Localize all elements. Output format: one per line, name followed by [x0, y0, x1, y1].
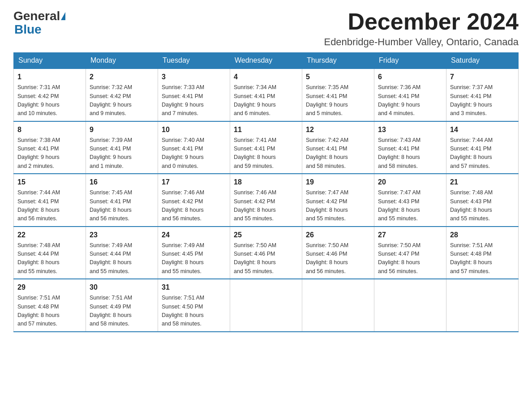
calendar-cell: 18Sunrise: 7:46 AMSunset: 4:42 PMDayligh… — [230, 174, 302, 227]
day-header-monday: Monday — [86, 53, 158, 69]
day-info: Sunrise: 7:50 AMSunset: 4:46 PMDaylight:… — [306, 241, 370, 276]
logo-blue-text: Blue — [14, 23, 42, 36]
calendar-cell: 4Sunrise: 7:34 AMSunset: 4:41 PMDaylight… — [230, 68, 302, 121]
day-number: 20 — [378, 177, 442, 188]
calendar-cell: 11Sunrise: 7:41 AMSunset: 4:41 PMDayligh… — [230, 121, 302, 174]
day-number: 4 — [234, 72, 298, 82]
day-info: Sunrise: 7:51 AMSunset: 4:49 PMDaylight:… — [90, 294, 154, 329]
calendar-cell: 27Sunrise: 7:50 AMSunset: 4:47 PMDayligh… — [374, 227, 446, 279]
calendar-cell: 30Sunrise: 7:51 AMSunset: 4:49 PMDayligh… — [86, 279, 158, 332]
calendar-cell: 10Sunrise: 7:40 AMSunset: 4:41 PMDayligh… — [158, 121, 230, 174]
calendar-cell — [446, 279, 519, 332]
day-number: 17 — [162, 177, 226, 188]
day-number: 8 — [17, 124, 82, 135]
day-number: 30 — [90, 282, 154, 293]
day-info: Sunrise: 7:32 AMSunset: 4:42 PMDaylight:… — [90, 83, 154, 118]
calendar-cell: 20Sunrise: 7:47 AMSunset: 4:43 PMDayligh… — [374, 174, 446, 227]
calendar-header-row: SundayMondayTuesdayWednesdayThursdayFrid… — [14, 53, 519, 69]
day-number: 15 — [17, 177, 82, 188]
calendar-cell: 7Sunrise: 7:37 AMSunset: 4:41 PMDaylight… — [446, 68, 519, 121]
day-info: Sunrise: 7:48 AMSunset: 4:44 PMDaylight:… — [17, 241, 82, 276]
calendar-cell: 13Sunrise: 7:43 AMSunset: 4:41 PMDayligh… — [374, 121, 446, 174]
calendar-cell: 14Sunrise: 7:44 AMSunset: 4:41 PMDayligh… — [446, 121, 519, 174]
day-number: 22 — [17, 230, 82, 240]
day-number: 13 — [378, 124, 442, 135]
day-number: 12 — [306, 124, 370, 135]
title-section: December 2024 Edenbridge-Humber Valley, … — [324, 9, 519, 48]
calendar-cell: 2Sunrise: 7:32 AMSunset: 4:42 PMDaylight… — [86, 68, 158, 121]
day-number: 14 — [450, 124, 515, 135]
day-number: 31 — [162, 282, 226, 293]
day-info: Sunrise: 7:41 AMSunset: 4:41 PMDaylight:… — [234, 136, 298, 171]
week-row-5: 29Sunrise: 7:51 AMSunset: 4:48 PMDayligh… — [14, 279, 519, 332]
calendar-cell: 9Sunrise: 7:39 AMSunset: 4:41 PMDaylight… — [86, 121, 158, 174]
calendar-cell: 16Sunrise: 7:45 AMSunset: 4:41 PMDayligh… — [86, 174, 158, 227]
calendar-table: SundayMondayTuesdayWednesdayThursdayFrid… — [13, 52, 519, 332]
calendar-cell: 31Sunrise: 7:51 AMSunset: 4:50 PMDayligh… — [158, 279, 230, 332]
day-info: Sunrise: 7:47 AMSunset: 4:42 PMDaylight:… — [306, 188, 370, 223]
day-number: 5 — [306, 72, 370, 82]
logo-general-text: General — [13, 9, 60, 23]
calendar-cell: 17Sunrise: 7:46 AMSunset: 4:42 PMDayligh… — [158, 174, 230, 227]
week-row-2: 8Sunrise: 7:38 AMSunset: 4:41 PMDaylight… — [14, 121, 519, 174]
day-info: Sunrise: 7:40 AMSunset: 4:41 PMDaylight:… — [162, 136, 226, 171]
page-header: General Blue December 2024 Edenbridge-Hu… — [13, 9, 519, 48]
day-info: Sunrise: 7:50 AMSunset: 4:46 PMDaylight:… — [234, 241, 298, 276]
calendar-cell: 3Sunrise: 7:33 AMSunset: 4:41 PMDaylight… — [158, 68, 230, 121]
day-number: 7 — [450, 72, 515, 82]
calendar-cell: 15Sunrise: 7:44 AMSunset: 4:41 PMDayligh… — [14, 174, 86, 227]
day-info: Sunrise: 7:31 AMSunset: 4:42 PMDaylight:… — [17, 83, 82, 118]
calendar-cell: 5Sunrise: 7:35 AMSunset: 4:41 PMDaylight… — [302, 68, 374, 121]
day-number: 19 — [306, 177, 370, 188]
calendar-cell: 1Sunrise: 7:31 AMSunset: 4:42 PMDaylight… — [14, 68, 86, 121]
day-info: Sunrise: 7:51 AMSunset: 4:50 PMDaylight:… — [162, 294, 226, 329]
day-info: Sunrise: 7:49 AMSunset: 4:44 PMDaylight:… — [90, 241, 154, 276]
calendar-cell: 19Sunrise: 7:47 AMSunset: 4:42 PMDayligh… — [302, 174, 374, 227]
location-subtitle: Edenbridge-Humber Valley, Ontario, Canad… — [324, 36, 519, 48]
calendar-cell: 12Sunrise: 7:42 AMSunset: 4:41 PMDayligh… — [302, 121, 374, 174]
calendar-cell: 21Sunrise: 7:48 AMSunset: 4:43 PMDayligh… — [446, 174, 519, 227]
day-info: Sunrise: 7:44 AMSunset: 4:41 PMDaylight:… — [450, 136, 515, 171]
week-row-3: 15Sunrise: 7:44 AMSunset: 4:41 PMDayligh… — [14, 174, 519, 227]
day-info: Sunrise: 7:51 AMSunset: 4:48 PMDaylight:… — [450, 241, 515, 276]
day-info: Sunrise: 7:48 AMSunset: 4:43 PMDaylight:… — [450, 188, 515, 223]
calendar-cell — [302, 279, 374, 332]
day-info: Sunrise: 7:33 AMSunset: 4:41 PMDaylight:… — [162, 83, 226, 118]
day-info: Sunrise: 7:42 AMSunset: 4:41 PMDaylight:… — [306, 136, 370, 171]
day-number: 26 — [306, 230, 370, 240]
day-info: Sunrise: 7:46 AMSunset: 4:42 PMDaylight:… — [234, 188, 298, 223]
day-info: Sunrise: 7:51 AMSunset: 4:48 PMDaylight:… — [17, 294, 82, 329]
day-number: 11 — [234, 124, 298, 135]
logo-triangle-icon — [61, 12, 65, 20]
day-number: 6 — [378, 72, 442, 82]
day-info: Sunrise: 7:34 AMSunset: 4:41 PMDaylight:… — [234, 83, 298, 118]
day-number: 21 — [450, 177, 515, 188]
calendar-cell: 8Sunrise: 7:38 AMSunset: 4:41 PMDaylight… — [14, 121, 86, 174]
day-info: Sunrise: 7:46 AMSunset: 4:42 PMDaylight:… — [162, 188, 226, 223]
day-info: Sunrise: 7:50 AMSunset: 4:47 PMDaylight:… — [378, 241, 442, 276]
day-info: Sunrise: 7:49 AMSunset: 4:45 PMDaylight:… — [162, 241, 226, 276]
day-info: Sunrise: 7:45 AMSunset: 4:41 PMDaylight:… — [90, 188, 154, 223]
day-number: 3 — [162, 72, 226, 82]
day-header-friday: Friday — [374, 53, 446, 69]
day-info: Sunrise: 7:44 AMSunset: 4:41 PMDaylight:… — [17, 188, 82, 223]
calendar-cell — [374, 279, 446, 332]
day-header-sunday: Sunday — [14, 53, 86, 69]
day-number: 25 — [234, 230, 298, 240]
calendar-cell: 24Sunrise: 7:49 AMSunset: 4:45 PMDayligh… — [158, 227, 230, 279]
day-info: Sunrise: 7:35 AMSunset: 4:41 PMDaylight:… — [306, 83, 370, 118]
calendar-cell: 28Sunrise: 7:51 AMSunset: 4:48 PMDayligh… — [446, 227, 519, 279]
day-header-thursday: Thursday — [302, 53, 374, 69]
day-info: Sunrise: 7:36 AMSunset: 4:41 PMDaylight:… — [378, 83, 442, 118]
day-number: 27 — [378, 230, 442, 240]
day-number: 10 — [162, 124, 226, 135]
day-info: Sunrise: 7:47 AMSunset: 4:43 PMDaylight:… — [378, 188, 442, 223]
calendar-cell: 26Sunrise: 7:50 AMSunset: 4:46 PMDayligh… — [302, 227, 374, 279]
day-number: 28 — [450, 230, 515, 240]
week-row-1: 1Sunrise: 7:31 AMSunset: 4:42 PMDaylight… — [14, 68, 519, 121]
day-number: 9 — [90, 124, 154, 135]
day-header-wednesday: Wednesday — [230, 53, 302, 69]
calendar-cell: 22Sunrise: 7:48 AMSunset: 4:44 PMDayligh… — [14, 227, 86, 279]
day-number: 16 — [90, 177, 154, 188]
day-header-saturday: Saturday — [446, 53, 519, 69]
